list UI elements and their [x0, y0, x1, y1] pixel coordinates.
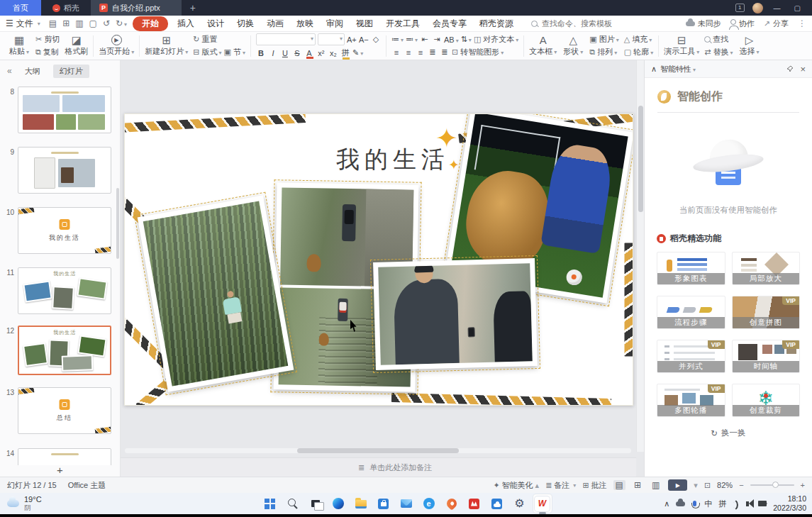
- card-parallel-layout[interactable]: VIP 并列式: [657, 340, 725, 373]
- slide-title[interactable]: 我的生活: [336, 144, 450, 176]
- wifi-icon[interactable]: [731, 500, 741, 510]
- reading-view-button[interactable]: ▥: [650, 480, 662, 490]
- reset-button[interactable]: ↻ 重置: [193, 34, 245, 45]
- to-smartart-button[interactable]: ⊡ 转智能图形: [452, 47, 504, 57]
- ime-pinyin-indicator[interactable]: 拼: [718, 499, 726, 509]
- increase-indent-button[interactable]: ⇥: [432, 35, 442, 44]
- start-from-page-button[interactable]: ▶ 当页开始: [99, 35, 134, 57]
- copy-button[interactable]: ⧉ 复制: [35, 47, 60, 57]
- zoom-level[interactable]: 82%: [717, 481, 733, 489]
- line-spacing-button[interactable]: ⇅: [461, 35, 472, 44]
- card-visual-charts[interactable]: 形象图表: [657, 252, 725, 285]
- command-search[interactable]: [531, 19, 633, 28]
- card-image-carousel[interactable]: VIP 多图轮播: [657, 384, 725, 417]
- undo-button[interactable]: ↺: [100, 18, 113, 28]
- maximize-button[interactable]: ▢: [791, 4, 803, 12]
- menu-slideshow[interactable]: 放映: [290, 17, 320, 30]
- card-partial-zoom[interactable]: 局部放大: [732, 252, 801, 285]
- camera-icon[interactable]: [758, 501, 767, 506]
- notes-bar[interactable]: ≣ 单击此处添加备注: [121, 457, 636, 477]
- thumbnail[interactable]: [18, 448, 111, 465]
- vertical-scrollbar[interactable]: [636, 60, 644, 452]
- fit-slide-button[interactable]: ⊡: [704, 481, 711, 490]
- normal-view-button[interactable]: ▤: [613, 480, 625, 490]
- superscript-button[interactable]: x²: [316, 49, 326, 57]
- font-family-input[interactable]: [257, 34, 306, 45]
- settings-app[interactable]: ⚙: [511, 494, 529, 513]
- font-size-input[interactable]: [318, 34, 335, 45]
- menu-view[interactable]: 视图: [350, 17, 379, 30]
- slide-sorter-view-button[interactable]: ⊞: [632, 480, 643, 490]
- menu-devtools[interactable]: 开发工具: [379, 17, 426, 30]
- photo-street-phone[interactable]: [373, 258, 538, 370]
- pinyin-guide-button[interactable]: 拼: [340, 48, 350, 58]
- slideshow-play-button[interactable]: ▶: [668, 479, 687, 491]
- print-button[interactable]: ▥: [72, 18, 86, 28]
- thumbnail[interactable]: [18, 147, 111, 194]
- section-button[interactable]: 节: [233, 47, 245, 57]
- search-input[interactable]: [542, 19, 633, 28]
- slide-thumbnail-14[interactable]: 14: [4, 448, 111, 465]
- decrease-indent-button[interactable]: ⇤: [420, 35, 430, 44]
- window-count-badge[interactable]: 1: [735, 4, 744, 12]
- smart-beautify-button[interactable]: ✦ 智能美化 ▴: [493, 480, 539, 491]
- zoom-out-button[interactable]: −: [739, 481, 743, 489]
- notes-button[interactable]: ≣ 备注: [545, 480, 576, 491]
- select-button[interactable]: ▷ 选择: [738, 35, 760, 57]
- zoom-in-button[interactable]: +: [801, 481, 805, 489]
- slide-thumbnail-12-current[interactable]: 12 我的生活: [4, 326, 111, 375]
- sidebar-scrollbar[interactable]: [116, 188, 119, 259]
- menu-member[interactable]: 会员专享: [426, 17, 473, 30]
- menu-transition[interactable]: 切换: [230, 17, 260, 30]
- thumbnail[interactable]: [18, 87, 111, 133]
- collaborate-button[interactable]: 协作: [730, 18, 755, 29]
- red-app[interactable]: [465, 494, 484, 513]
- slide-canvas[interactable]: 我的生活 ✦ ✦: [124, 113, 633, 406]
- avatar[interactable]: [752, 3, 763, 13]
- cloud-drive-app[interactable]: [488, 494, 506, 513]
- card-creative-crop[interactable]: 创意裁剪: [732, 384, 801, 417]
- theme-name[interactable]: Office 主题: [68, 480, 106, 491]
- panel-collapse-icon[interactable]: ∧: [651, 65, 657, 74]
- print-preview-button[interactable]: ▢: [87, 18, 100, 28]
- outline-button[interactable]: ▢ 轮廓: [624, 47, 653, 57]
- font-family-select[interactable]: [256, 33, 316, 45]
- hidden-icons-button[interactable]: ∧: [664, 499, 669, 508]
- add-slide-button[interactable]: +: [0, 465, 120, 476]
- arrange-button[interactable]: ⧉ 排列: [589, 47, 618, 57]
- decrease-font-button[interactable]: A−: [359, 35, 369, 44]
- minimize-button[interactable]: —: [771, 4, 784, 12]
- browser-e-app[interactable]: e: [420, 494, 438, 513]
- collapse-sidebar-button[interactable]: «: [7, 66, 12, 76]
- task-view-button[interactable]: [306, 494, 325, 513]
- distribute-button[interactable]: ≣: [440, 48, 450, 57]
- cloud-tray-icon[interactable]: [676, 501, 685, 506]
- mail-app[interactable]: [397, 494, 416, 513]
- fill-button[interactable]: △ 填充: [624, 34, 653, 45]
- slide-thumbnail-10[interactable]: 10 我的生活: [4, 207, 111, 254]
- justify-button[interactable]: ≣: [428, 48, 438, 57]
- orange-app[interactable]: [443, 494, 461, 513]
- tab-home[interactable]: 首页: [0, 0, 41, 16]
- paste-button[interactable]: ▦ 粘贴: [8, 35, 30, 57]
- align-left-button[interactable]: ≡: [391, 48, 401, 57]
- menu-review[interactable]: 审阅: [320, 17, 350, 30]
- horizontal-scrollbar[interactable]: [125, 448, 631, 453]
- redo-button[interactable]: ↻: [113, 18, 130, 28]
- replace-button[interactable]: ⇄ 替换: [704, 47, 733, 57]
- slide-thumbnail-9[interactable]: 9: [4, 147, 111, 194]
- wps-app-active[interactable]: W: [533, 494, 552, 513]
- panel-title[interactable]: 智能特性: [660, 64, 696, 74]
- zoom-slider[interactable]: [750, 484, 794, 486]
- save-button[interactable]: ▤: [46, 18, 60, 28]
- numbering-button[interactable]: ≕: [406, 35, 418, 44]
- tab-slides[interactable]: 幻灯片: [53, 65, 89, 78]
- thumbnail[interactable]: 我的生活: [18, 207, 111, 254]
- taskbar-search-button[interactable]: [284, 494, 302, 513]
- thumbnail[interactable]: 我的生活: [18, 267, 111, 314]
- menu-design[interactable]: 设计: [201, 17, 230, 30]
- store-app[interactable]: [374, 494, 393, 513]
- slide-thumbnail-8[interactable]: 8: [4, 87, 111, 133]
- format-painter-button[interactable]: ◪ 格式刷: [65, 35, 88, 57]
- align-center-button[interactable]: ≡: [404, 48, 413, 57]
